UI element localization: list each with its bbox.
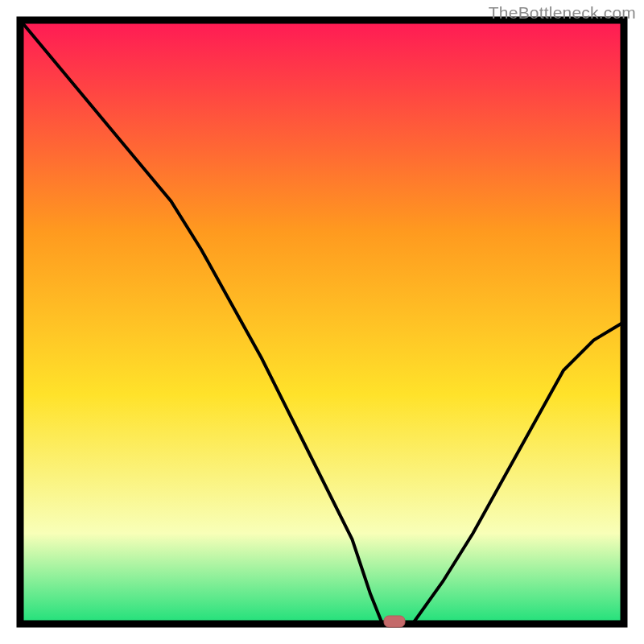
chart-svg — [0, 0, 644, 644]
bottleneck-chart: TheBottleneck.com — [0, 0, 644, 644]
optimal-marker — [384, 616, 405, 627]
plot-area — [20, 20, 624, 627]
gradient-background — [20, 20, 624, 624]
watermark-text: TheBottleneck.com — [489, 3, 636, 23]
